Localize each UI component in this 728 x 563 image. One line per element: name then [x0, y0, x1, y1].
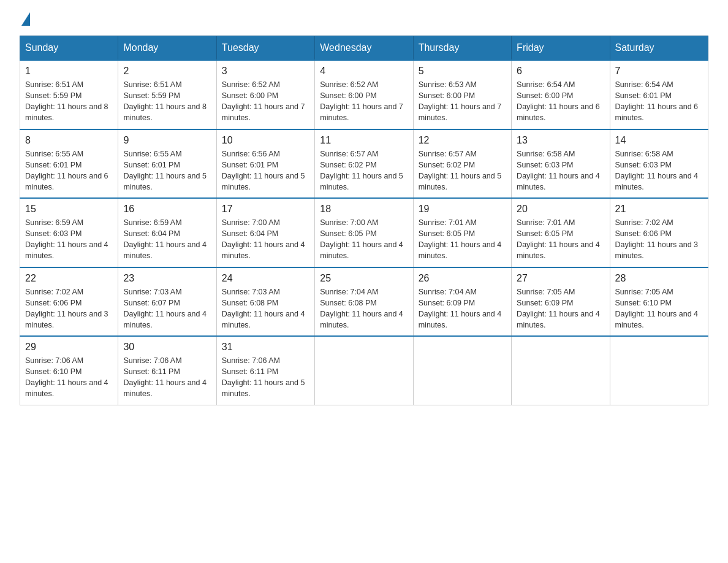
logo-top [20, 15, 30, 26]
day-info: Sunrise: 6:59 AMSunset: 6:03 PMDaylight:… [25, 218, 108, 260]
day-number: 7 [615, 66, 703, 77]
day-info: Sunrise: 7:06 AMSunset: 6:11 PMDaylight:… [222, 356, 305, 398]
day-number: 22 [25, 273, 113, 284]
day-info: Sunrise: 7:05 AMSunset: 6:10 PMDaylight:… [615, 288, 699, 329]
day-info: Sunrise: 6:51 AMSunset: 5:59 PMDaylight:… [123, 80, 207, 122]
calendar-cell: 20 Sunrise: 7:01 AMSunset: 6:05 PMDaylig… [512, 198, 610, 267]
calendar-cell: 28 Sunrise: 7:05 AMSunset: 6:10 PMDaylig… [610, 267, 708, 337]
day-number: 11 [320, 135, 408, 146]
header-saturday: Saturday [610, 36, 708, 61]
day-number: 1 [25, 66, 113, 77]
calendar-cell: 3 Sunrise: 6:52 AMSunset: 6:00 PMDayligh… [216, 60, 314, 129]
calendar-cell: 17 Sunrise: 7:00 AMSunset: 6:04 PMDaylig… [216, 198, 314, 267]
calendar-cell: 22 Sunrise: 7:02 AMSunset: 6:06 PMDaylig… [20, 267, 118, 337]
calendar-cell [315, 336, 413, 405]
header-sunday: Sunday [20, 36, 118, 61]
day-info: Sunrise: 7:02 AMSunset: 6:06 PMDaylight:… [615, 218, 699, 260]
day-info: Sunrise: 7:04 AMSunset: 6:08 PMDaylight:… [320, 288, 403, 329]
day-info: Sunrise: 6:53 AMSunset: 6:00 PMDaylight:… [419, 80, 502, 122]
day-info: Sunrise: 7:01 AMSunset: 6:05 PMDaylight:… [517, 218, 600, 260]
calendar-cell: 31 Sunrise: 7:06 AMSunset: 6:11 PMDaylig… [216, 336, 314, 405]
week-row-5: 29 Sunrise: 7:06 AMSunset: 6:10 PMDaylig… [20, 336, 708, 405]
day-number: 16 [123, 204, 211, 215]
header-tuesday: Tuesday [216, 36, 314, 61]
day-number: 18 [320, 204, 408, 215]
day-info: Sunrise: 7:06 AMSunset: 6:11 PMDaylight:… [123, 356, 207, 398]
day-number: 13 [517, 135, 604, 146]
day-number: 12 [419, 135, 506, 146]
day-number: 29 [25, 342, 113, 353]
calendar-cell: 12 Sunrise: 6:57 AMSunset: 6:02 PMDaylig… [413, 129, 511, 199]
day-number: 26 [419, 273, 506, 284]
calendar-cell: 6 Sunrise: 6:54 AMSunset: 6:00 PMDayligh… [512, 60, 610, 129]
day-info: Sunrise: 7:03 AMSunset: 6:07 PMDaylight:… [123, 288, 207, 329]
day-number: 25 [320, 273, 408, 284]
day-number: 5 [419, 66, 506, 77]
day-number: 14 [615, 135, 703, 146]
calendar-cell: 4 Sunrise: 6:52 AMSunset: 6:00 PMDayligh… [315, 60, 413, 129]
day-info: Sunrise: 6:55 AMSunset: 6:01 PMDaylight:… [123, 150, 207, 191]
day-number: 17 [222, 204, 309, 215]
day-info: Sunrise: 6:56 AMSunset: 6:01 PMDaylight:… [222, 150, 305, 191]
day-number: 24 [222, 273, 309, 284]
day-number: 27 [517, 273, 604, 284]
day-info: Sunrise: 7:06 AMSunset: 6:10 PMDaylight:… [25, 356, 108, 398]
logo [20, 15, 30, 23]
day-info: Sunrise: 6:52 AMSunset: 6:00 PMDaylight:… [222, 80, 305, 122]
page-header [20, 15, 708, 23]
calendar-cell: 30 Sunrise: 7:06 AMSunset: 6:11 PMDaylig… [118, 336, 216, 405]
calendar-cell: 2 Sunrise: 6:51 AMSunset: 5:59 PMDayligh… [118, 60, 216, 129]
day-info: Sunrise: 7:04 AMSunset: 6:09 PMDaylight:… [419, 288, 502, 329]
day-number: 8 [25, 135, 113, 146]
calendar-header-row: SundayMondayTuesdayWednesdayThursdayFrid… [20, 36, 708, 61]
day-number: 6 [517, 66, 604, 77]
calendar-cell: 26 Sunrise: 7:04 AMSunset: 6:09 PMDaylig… [413, 267, 511, 337]
calendar-cell [413, 336, 511, 405]
header-thursday: Thursday [413, 36, 511, 61]
calendar-cell: 11 Sunrise: 6:57 AMSunset: 6:02 PMDaylig… [315, 129, 413, 199]
day-info: Sunrise: 6:58 AMSunset: 6:03 PMDaylight:… [517, 150, 600, 191]
day-number: 28 [615, 273, 703, 284]
day-info: Sunrise: 7:00 AMSunset: 6:05 PMDaylight:… [320, 218, 403, 260]
day-number: 10 [222, 135, 309, 146]
day-number: 15 [25, 204, 113, 215]
logo-triangle-icon [21, 12, 30, 26]
day-info: Sunrise: 6:57 AMSunset: 6:02 PMDaylight:… [320, 150, 403, 191]
day-number: 21 [615, 204, 703, 215]
day-info: Sunrise: 6:51 AMSunset: 5:59 PMDaylight:… [25, 80, 108, 122]
calendar-cell [610, 336, 708, 405]
day-info: Sunrise: 6:57 AMSunset: 6:02 PMDaylight:… [419, 150, 502, 191]
calendar-cell: 29 Sunrise: 7:06 AMSunset: 6:10 PMDaylig… [20, 336, 118, 405]
header-monday: Monday [118, 36, 216, 61]
week-row-4: 22 Sunrise: 7:02 AMSunset: 6:06 PMDaylig… [20, 267, 708, 337]
calendar-cell: 19 Sunrise: 7:01 AMSunset: 6:05 PMDaylig… [413, 198, 511, 267]
calendar-cell: 7 Sunrise: 6:54 AMSunset: 6:01 PMDayligh… [610, 60, 708, 129]
calendar-cell: 14 Sunrise: 6:58 AMSunset: 6:03 PMDaylig… [610, 129, 708, 199]
calendar-cell: 21 Sunrise: 7:02 AMSunset: 6:06 PMDaylig… [610, 198, 708, 267]
day-info: Sunrise: 7:00 AMSunset: 6:04 PMDaylight:… [222, 218, 305, 260]
header-friday: Friday [512, 36, 610, 61]
calendar-cell: 5 Sunrise: 6:53 AMSunset: 6:00 PMDayligh… [413, 60, 511, 129]
day-info: Sunrise: 6:58 AMSunset: 6:03 PMDaylight:… [615, 150, 699, 191]
day-number: 2 [123, 66, 211, 77]
calendar-cell: 23 Sunrise: 7:03 AMSunset: 6:07 PMDaylig… [118, 267, 216, 337]
week-row-1: 1 Sunrise: 6:51 AMSunset: 5:59 PMDayligh… [20, 60, 708, 129]
week-row-3: 15 Sunrise: 6:59 AMSunset: 6:03 PMDaylig… [20, 198, 708, 267]
day-info: Sunrise: 7:03 AMSunset: 6:08 PMDaylight:… [222, 288, 305, 329]
day-info: Sunrise: 6:52 AMSunset: 6:00 PMDaylight:… [320, 80, 403, 122]
calendar-table: SundayMondayTuesdayWednesdayThursdayFrid… [20, 36, 708, 405]
calendar-cell: 18 Sunrise: 7:00 AMSunset: 6:05 PMDaylig… [315, 198, 413, 267]
day-number: 30 [123, 342, 211, 353]
day-info: Sunrise: 7:01 AMSunset: 6:05 PMDaylight:… [419, 218, 502, 260]
calendar-cell: 8 Sunrise: 6:55 AMSunset: 6:01 PMDayligh… [20, 129, 118, 199]
calendar-cell: 15 Sunrise: 6:59 AMSunset: 6:03 PMDaylig… [20, 198, 118, 267]
day-info: Sunrise: 7:05 AMSunset: 6:09 PMDaylight:… [517, 288, 600, 329]
day-number: 23 [123, 273, 211, 284]
day-info: Sunrise: 6:54 AMSunset: 6:01 PMDaylight:… [615, 80, 699, 122]
week-row-2: 8 Sunrise: 6:55 AMSunset: 6:01 PMDayligh… [20, 129, 708, 199]
calendar-cell: 27 Sunrise: 7:05 AMSunset: 6:09 PMDaylig… [512, 267, 610, 337]
day-number: 19 [419, 204, 506, 215]
calendar-cell: 25 Sunrise: 7:04 AMSunset: 6:08 PMDaylig… [315, 267, 413, 337]
day-number: 4 [320, 66, 408, 77]
calendar-cell: 16 Sunrise: 6:59 AMSunset: 6:04 PMDaylig… [118, 198, 216, 267]
